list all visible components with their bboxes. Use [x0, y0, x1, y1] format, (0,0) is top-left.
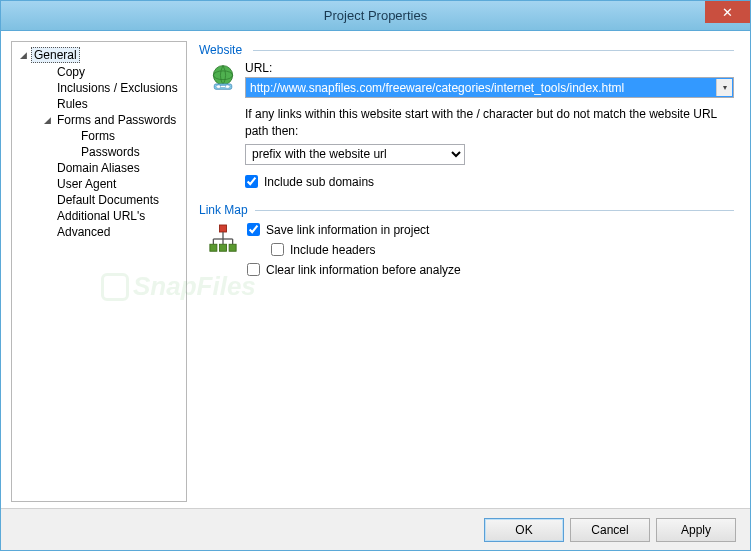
save-linkinfo-checkbox[interactable]	[247, 223, 260, 236]
sitemap-icon	[209, 223, 237, 255]
tree-expander-icon	[42, 227, 53, 238]
svg-rect-13	[220, 244, 227, 251]
tree-expander-icon	[42, 195, 53, 206]
tree-expander-icon	[42, 67, 53, 78]
apply-button[interactable]: Apply	[656, 518, 736, 542]
content-area: SnapFiles ◢GeneralCopyInclusions / Exclu…	[1, 31, 750, 508]
website-section-header: Website	[199, 43, 734, 57]
tree-item-label: Copy	[55, 65, 87, 79]
ok-button[interactable]: OK	[484, 518, 564, 542]
tree-item[interactable]: ◢General	[14, 46, 184, 64]
close-button[interactable]: ✕	[705, 1, 750, 23]
chevron-down-icon[interactable]: ▾	[716, 79, 732, 96]
url-label: URL:	[245, 61, 734, 75]
website-section: URL: ▾ If any links within this website …	[199, 61, 734, 189]
tree-item[interactable]: Domain Aliases	[14, 160, 184, 176]
tree-item-label: Advanced	[55, 225, 112, 239]
tree-expander-icon	[42, 211, 53, 222]
tree-item[interactable]: Copy	[14, 64, 184, 80]
include-subdomains-label[interactable]: Include sub domains	[264, 175, 374, 189]
tree-item[interactable]: Rules	[14, 96, 184, 112]
cancel-button[interactable]: Cancel	[570, 518, 650, 542]
linkmap-section-header: Link Map	[199, 203, 734, 217]
tree-expander-icon	[66, 147, 77, 158]
include-headers-checkbox[interactable]	[271, 243, 284, 256]
nav-tree[interactable]: ◢GeneralCopyInclusions / ExclusionsRules…	[11, 41, 187, 502]
clear-linkinfo-label[interactable]: Clear link information before analyze	[266, 263, 461, 277]
titlebar: Project Properties ✕	[1, 1, 750, 31]
settings-panel: Website URL:	[193, 41, 740, 502]
window-title: Project Properties	[324, 8, 427, 23]
svg-rect-12	[210, 244, 217, 251]
tree-item[interactable]: Inclusions / Exclusions	[14, 80, 184, 96]
prefix-info-text: If any links within this website start w…	[245, 106, 734, 140]
svg-rect-14	[229, 244, 236, 251]
globe-icon	[209, 63, 237, 91]
tree-item-label: Inclusions / Exclusions	[55, 81, 180, 95]
tree-expander-icon	[42, 179, 53, 190]
tree-item-label: Default Documents	[55, 193, 161, 207]
tree-item-label: Passwords	[79, 145, 142, 159]
tree-item[interactable]: Additional URL's	[14, 208, 184, 224]
include-subdomains-checkbox[interactable]	[245, 175, 258, 188]
save-linkinfo-label[interactable]: Save link information in project	[266, 223, 429, 237]
tree-item-label: User Agent	[55, 177, 118, 191]
tree-item[interactable]: Passwords	[14, 144, 184, 160]
tree-expander-icon[interactable]: ◢	[18, 50, 29, 61]
tree-item-label: Rules	[55, 97, 90, 111]
tree-item-label: Forms and Passwords	[55, 113, 178, 127]
tree-item[interactable]: ◢Forms and Passwords	[14, 112, 184, 128]
dialog-footer: OK Cancel Apply	[1, 508, 750, 550]
prefix-select[interactable]: prefix with the website url	[245, 144, 465, 165]
tree-item-label: Additional URL's	[55, 209, 147, 223]
tree-expander-icon	[66, 131, 77, 142]
dialog-window: Project Properties ✕ SnapFiles ◢GeneralC…	[0, 0, 751, 551]
tree-expander-icon	[42, 99, 53, 110]
include-headers-label[interactable]: Include headers	[290, 243, 375, 257]
tree-item[interactable]: Forms	[14, 128, 184, 144]
linkmap-section: Save link information in project Include…	[199, 221, 734, 283]
url-input[interactable]	[245, 77, 734, 98]
tree-item-label: General	[31, 47, 80, 63]
svg-rect-6	[220, 225, 227, 232]
tree-expander-icon	[42, 163, 53, 174]
tree-item[interactable]: Default Documents	[14, 192, 184, 208]
tree-item-label: Forms	[79, 129, 117, 143]
clear-linkinfo-checkbox[interactable]	[247, 263, 260, 276]
tree-item[interactable]: User Agent	[14, 176, 184, 192]
tree-item-label: Domain Aliases	[55, 161, 142, 175]
svg-point-0	[213, 66, 232, 85]
svg-rect-5	[220, 86, 225, 88]
close-icon: ✕	[722, 5, 733, 20]
tree-expander-icon[interactable]: ◢	[42, 115, 53, 126]
tree-expander-icon	[42, 83, 53, 94]
tree-item[interactable]: Advanced	[14, 224, 184, 240]
